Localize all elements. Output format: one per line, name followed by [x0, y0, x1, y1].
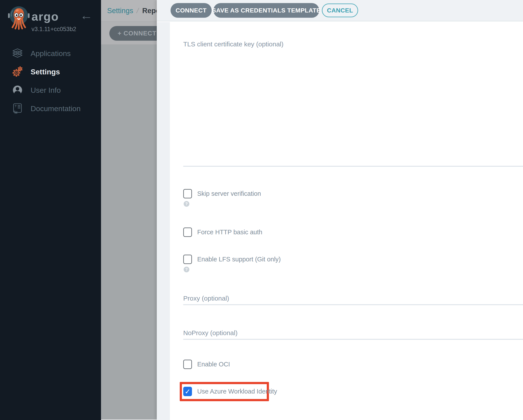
- use-azure-workload-identity-checkbox[interactable]: ✓: [183, 387, 192, 396]
- skip-server-verification-row: Skip server verification: [183, 189, 261, 198]
- noproxy-label: NoProxy (optional): [183, 329, 237, 337]
- docs-icon: ?: [11, 103, 24, 114]
- gear-icon: [11, 66, 24, 77]
- checkbox-label: Enable OCI: [197, 361, 230, 368]
- checkbox-label: Use Azure Workload Identity: [197, 388, 277, 395]
- force-http-basic-auth-row: Force HTTP basic auth: [183, 228, 262, 237]
- enable-oci-row: Enable OCI: [183, 360, 230, 369]
- sidebar-item-label: Applications: [31, 49, 71, 58]
- page-toolbar: + CONNECT REPO: [101, 22, 157, 44]
- enable-oci-checkbox[interactable]: [183, 360, 192, 369]
- sidebar-item-label: Settings: [31, 68, 60, 76]
- checkbox-label: Force HTTP basic auth: [197, 229, 262, 236]
- version-label: v3.1.11+cc053b2: [32, 26, 76, 33]
- user-icon: [11, 85, 24, 95]
- sidebar: argo v3.1.11+cc053b2 ← Applications: [0, 0, 101, 420]
- panel-left-gutter: [157, 22, 170, 420]
- tls-client-cert-key-textarea[interactable]: [183, 50, 523, 166]
- connect-repo-slide-panel: CONNECT SAVE AS CREDENTIALS TEMPLATE CAN…: [157, 0, 523, 420]
- proxy-label: Proxy (optional): [183, 295, 229, 302]
- sidebar-nav: Applications: [0, 44, 101, 118]
- use-azure-workload-identity-row: ✓ Use Azure Workload Identity: [183, 387, 277, 396]
- breadcrumb-separator: /: [136, 7, 139, 15]
- logo-block: argo v3.1.11+cc053b2 ←: [8, 5, 100, 40]
- noproxy-input-underline[interactable]: [183, 339, 523, 340]
- repo-connection-form: TLS client certificate key (optional) Sk…: [170, 22, 523, 420]
- sidebar-item-label: Documentation: [31, 104, 81, 113]
- panel-action-bar: CONNECT SAVE AS CREDENTIALS TEMPLATE CAN…: [157, 0, 523, 21]
- connect-repo-button[interactable]: + CONNECT REPO: [109, 26, 157, 41]
- proxy-input-underline[interactable]: [183, 304, 523, 305]
- argo-octopus-logo-icon: [8, 5, 30, 37]
- checkbox-label: Enable LFS support (Git only): [197, 256, 281, 263]
- save-as-credentials-template-button[interactable]: SAVE AS CREDENTIALS TEMPLATE: [213, 3, 319, 18]
- cancel-button[interactable]: CANCEL: [322, 3, 358, 17]
- collapse-sidebar-arrow-icon[interactable]: ←: [80, 9, 93, 22]
- force-http-basic-auth-checkbox[interactable]: [183, 228, 192, 237]
- svg-text:?: ?: [15, 104, 17, 108]
- connect-button[interactable]: CONNECT: [171, 3, 212, 18]
- breadcrumb-current-page: Repositories: [142, 7, 157, 15]
- checkmark-icon: ✓: [185, 388, 191, 395]
- checkbox-label: Skip server verification: [197, 190, 261, 197]
- tls-client-cert-key-label: TLS client certificate key (optional): [183, 41, 284, 48]
- layers-icon: [11, 48, 24, 58]
- skip-server-verification-checkbox[interactable]: [183, 189, 192, 198]
- sidebar-item-applications[interactable]: Applications: [0, 44, 101, 63]
- page-content-dimmed: [101, 44, 157, 420]
- sidebar-item-label: User Info: [31, 86, 61, 94]
- help-icon[interactable]: ?: [184, 201, 189, 207]
- sidebar-item-user-info[interactable]: User Info: [0, 81, 101, 99]
- breadcrumb-settings-link[interactable]: Settings: [107, 7, 133, 15]
- sidebar-item-documentation[interactable]: ? Documentation: [0, 99, 101, 118]
- help-icon[interactable]: ?: [184, 267, 189, 272]
- logo-wordmark: argo: [32, 10, 59, 23]
- sidebar-item-settings[interactable]: Settings: [0, 63, 101, 81]
- argocd-app: argo v3.1.11+cc053b2 ← Applications: [0, 0, 523, 420]
- dimmed-page-background: Settings / Repositories + CONNECT REPO: [101, 0, 157, 420]
- breadcrumb: Settings / Repositories: [101, 0, 157, 22]
- enable-lfs-support-row: Enable LFS support (Git only): [183, 255, 281, 264]
- enable-lfs-support-checkbox[interactable]: [183, 255, 192, 264]
- tls-field-underline: [183, 166, 523, 167]
